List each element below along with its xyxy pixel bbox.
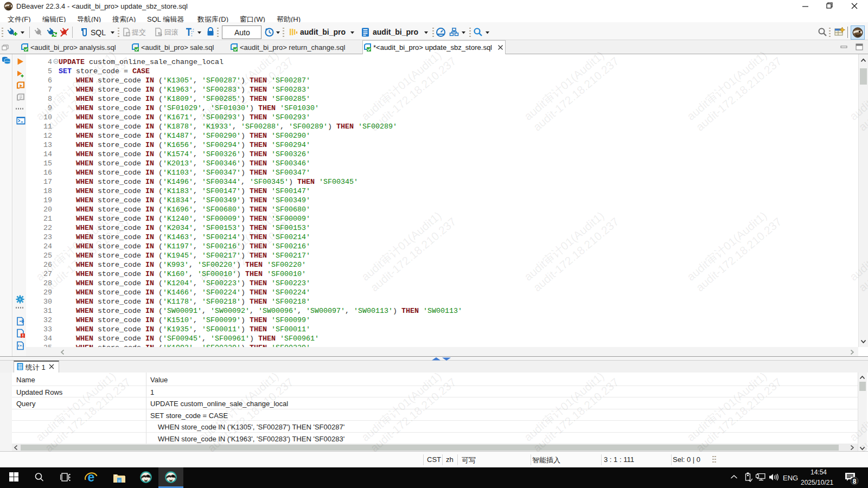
svg-text:8: 8 [853, 478, 857, 485]
